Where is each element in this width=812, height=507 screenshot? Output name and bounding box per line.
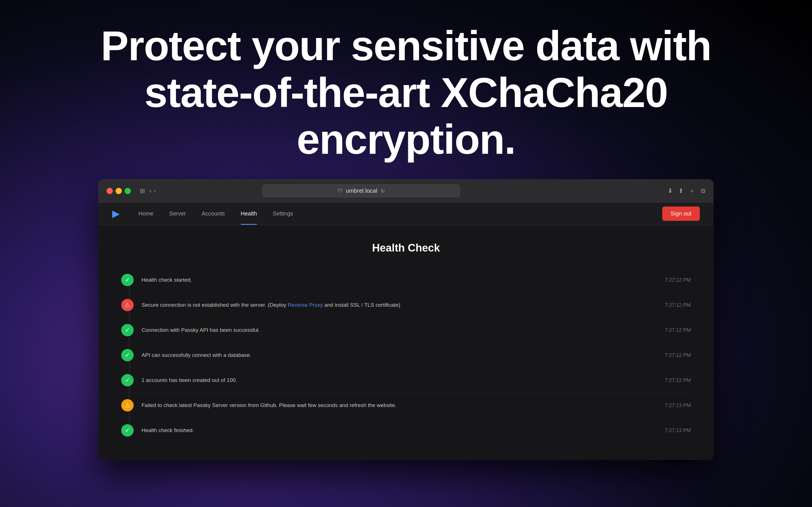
browser-window: ⊞ ‹ › 🛡 umbrel.local ↻ ⬇ ⬆ ＋ ⧉ ▶ Home Se… [99,179,713,460]
health-message-6: Failed to check latest Passky Server ver… [142,401,654,409]
sign-out-button[interactable]: Sign out [662,207,700,221]
health-time-3: 7:27:12 PM [665,327,691,333]
health-item-1: ✓ Health check started. 7:27:12 PM [121,268,691,293]
page-title: Health Check [121,242,691,254]
nav-links: Home Server Accounts Health Settings [131,203,662,225]
nav-home[interactable]: Home [131,203,161,225]
browser-chrome: ⊞ ‹ › 🛡 umbrel.local ↻ ⬇ ⬆ ＋ ⧉ [99,179,713,203]
browser-icons-left: ⊞ ‹ › [140,187,156,194]
status-icon-warning-6: ⚠ [121,399,134,411]
app-nav: ▶ Home Server Accounts Health Settings S… [99,203,713,225]
shield-icon: 🛡 [338,188,343,194]
download-icon[interactable]: ⬇ [668,187,673,194]
url-bar[interactable]: 🛡 umbrel.local ↻ [262,184,460,197]
app-logo: ▶ [112,209,119,219]
refresh-icon[interactable]: ↻ [380,188,385,194]
nav-arrows: ‹ › [149,187,156,194]
health-message-2: Secure connection is not established wit… [142,301,654,309]
minimize-button[interactable] [116,188,122,194]
status-icon-success-4: ✓ [121,349,134,361]
health-item-5: ✓ 1 accounts has been created out of 100… [121,368,691,393]
status-icon-success-3: ✓ [121,324,134,336]
tabs-icon[interactable]: ⧉ [701,187,705,194]
status-icon-error-2: ⚠ [121,299,134,311]
maximize-button[interactable] [124,188,131,194]
browser-icons-right: ⬇ ⬆ ＋ ⧉ [668,187,705,195]
health-time-2: 7:27:12 PM [665,302,691,308]
hero-section: Protect your sensitive data with state-o… [40,0,772,179]
health-message-4: API can successfully connect with a data… [142,351,654,359]
back-icon[interactable]: ‹ [149,187,151,194]
health-time-4: 7:27:12 PM [665,352,691,358]
health-list: ✓ Health check started. 7:27:12 PM ⚠ Sec… [121,268,691,443]
nav-health[interactable]: Health [233,203,265,225]
health-time-7: 7:27:13 PM [665,428,691,434]
reverse-proxy-link[interactable]: Reverse Proxy [288,302,323,308]
app-content: ▶ Home Server Accounts Health Settings S… [99,203,713,460]
window-controls [107,188,131,194]
health-time-1: 7:27:12 PM [665,277,691,283]
health-message-1: Health check started. [142,276,654,284]
status-icon-success-5: ✓ [121,374,134,386]
health-item-6: ⚠ Failed to check latest Passky Server v… [121,393,691,418]
main-content: Health Check ✓ Health check started. 7:2… [99,225,713,460]
health-item-4: ✓ API can successfully connect with a da… [121,343,691,368]
health-message-7: Health check finished. [142,427,654,435]
hero-title: Protect your sensitive data with state-o… [68,22,744,163]
health-message-5: 1 accounts has been created out of 100. [142,376,654,385]
sidebar-icon[interactable]: ⊞ [140,187,145,194]
status-icon-success-7: ✓ [121,424,134,437]
forward-icon[interactable]: › [154,187,156,194]
nav-server[interactable]: Server [161,203,194,225]
url-text: umbrel.local [346,187,377,194]
health-item-2: ⚠ Secure connection is not established w… [121,293,691,318]
health-item-3: ✓ Connection with Passky API has been su… [121,318,691,343]
health-item-7: ✓ Health check finished. 7:27:13 PM [121,418,691,443]
health-time-6: 7:27:13 PM [665,402,691,408]
share-icon[interactable]: ⬆ [678,187,683,194]
close-button[interactable] [107,188,113,194]
status-icon-success-1: ✓ [121,274,134,286]
new-tab-icon[interactable]: ＋ [689,187,695,195]
nav-accounts[interactable]: Accounts [194,203,233,225]
nav-settings[interactable]: Settings [265,203,301,225]
health-message-3: Connection with Passky API has been succ… [142,326,654,334]
health-time-5: 7:27:12 PM [665,378,691,383]
